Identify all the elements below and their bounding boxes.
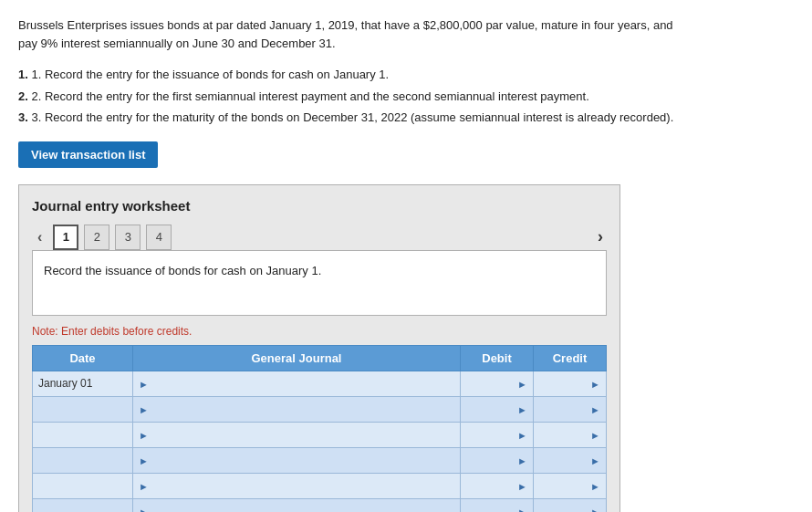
table-row: ► ► ► bbox=[33, 498, 607, 512]
journal-cell-6[interactable]: ► bbox=[133, 498, 461, 512]
view-transaction-list-button[interactable]: View transaction list bbox=[18, 141, 158, 168]
date-cell-5 bbox=[33, 473, 133, 498]
worksheet-description: Record the issuance of bonds for cash on… bbox=[32, 250, 607, 316]
tab-1[interactable]: 1 bbox=[53, 225, 78, 250]
journal-cell-2[interactable]: ► bbox=[133, 396, 461, 422]
next-tab-button[interactable]: › bbox=[594, 225, 607, 248]
debit-cell-6[interactable]: ► bbox=[461, 498, 534, 512]
journal-cell-4[interactable]: ► bbox=[133, 447, 461, 473]
table-row: ► ► ► bbox=[33, 396, 607, 422]
col-header-debit: Debit bbox=[461, 345, 534, 371]
date-cell-1: January 01 bbox=[33, 371, 133, 396]
debit-arrow-3: ► bbox=[517, 430, 527, 441]
credit-arrow-3: ► bbox=[590, 430, 600, 441]
col-header-date: Date bbox=[33, 345, 133, 371]
tab-4[interactable]: 4 bbox=[146, 225, 172, 250]
journal-cell-5[interactable]: ► bbox=[133, 473, 461, 498]
tab-3[interactable]: 3 bbox=[115, 225, 141, 250]
tab-navigation: ‹ 1 2 3 4 › bbox=[32, 225, 607, 250]
credit-arrow-4: ► bbox=[590, 455, 600, 466]
debit-cell-1[interactable]: ► bbox=[461, 371, 534, 396]
table-row: January 01 ► ► ► bbox=[33, 371, 607, 396]
journal-entry-worksheet: Journal entry worksheet ‹ 1 2 3 4 › Reco… bbox=[18, 184, 620, 512]
debit-cell-2[interactable]: ► bbox=[461, 396, 534, 422]
date-cell-4 bbox=[33, 447, 133, 473]
credit-arrow-6: ► bbox=[590, 507, 600, 512]
date-cell-6 bbox=[33, 498, 133, 512]
debit-cell-4[interactable]: ► bbox=[461, 447, 534, 473]
credit-arrow-5: ► bbox=[590, 481, 600, 492]
tab-2[interactable]: 2 bbox=[84, 225, 109, 250]
credit-cell-2[interactable]: ► bbox=[534, 396, 607, 422]
worksheet-title: Journal entry worksheet bbox=[32, 198, 607, 214]
row-arrow-2: ► bbox=[139, 404, 149, 415]
prev-tab-button[interactable]: ‹ bbox=[32, 227, 47, 247]
credit-cell-5[interactable]: ► bbox=[534, 473, 607, 498]
journal-table: Date General Journal Debit Credit Januar… bbox=[32, 345, 607, 512]
date-cell-2 bbox=[33, 396, 133, 422]
table-row: ► ► ► bbox=[33, 447, 607, 473]
row-arrow-1: ► bbox=[139, 379, 149, 390]
row-arrow-4: ► bbox=[139, 455, 149, 466]
note-text: Note: Enter debits before credits. bbox=[32, 325, 607, 338]
credit-arrow-2: ► bbox=[590, 404, 600, 415]
debit-cell-5[interactable]: ► bbox=[461, 473, 534, 498]
row-arrow-5: ► bbox=[139, 481, 149, 492]
credit-cell-6[interactable]: ► bbox=[534, 498, 607, 512]
table-row: ► ► ► bbox=[33, 422, 607, 447]
debit-cell-3[interactable]: ► bbox=[461, 422, 534, 447]
credit-cell-3[interactable]: ► bbox=[534, 422, 607, 447]
intro-paragraph: Brussels Enterprises issues bonds at par… bbox=[18, 16, 794, 53]
journal-cell-1[interactable]: ► bbox=[133, 371, 461, 396]
debit-arrow-4: ► bbox=[517, 455, 527, 466]
date-value-1: January 01 bbox=[38, 377, 92, 390]
debit-arrow-2: ► bbox=[517, 404, 527, 415]
col-header-credit: Credit bbox=[534, 345, 607, 371]
table-row: ► ► ► bbox=[33, 473, 607, 498]
row-arrow-6: ► bbox=[139, 507, 149, 512]
row-arrow-3: ► bbox=[139, 430, 149, 441]
task-list: 1. 1. Record the entry for the issuance … bbox=[18, 66, 794, 127]
debit-arrow-6: ► bbox=[517, 507, 527, 512]
debit-arrow-1: ► bbox=[517, 379, 527, 390]
credit-arrow-1: ► bbox=[590, 379, 600, 390]
credit-cell-4[interactable]: ► bbox=[534, 447, 607, 473]
debit-arrow-5: ► bbox=[517, 481, 527, 492]
col-header-general-journal: General Journal bbox=[133, 345, 461, 371]
journal-cell-3[interactable]: ► bbox=[133, 422, 461, 447]
date-cell-3 bbox=[33, 422, 133, 447]
credit-cell-1[interactable]: ► bbox=[534, 371, 607, 396]
